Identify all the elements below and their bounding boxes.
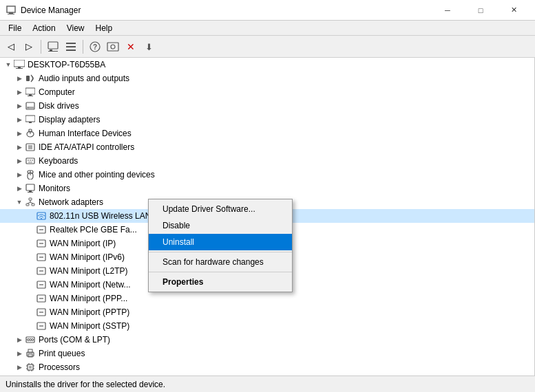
tree-item-audio[interactable]: ▶ Audio inputs and outputs: [0, 72, 534, 85]
tree-item-wan-sstp[interactable]: WAN Miniport (SSTP): [0, 319, 534, 333]
tree-item-mice[interactable]: ▶ Mice and other pointing devices: [0, 168, 534, 182]
tree-item-ports[interactable]: ▶ Ports (COM & LPT): [0, 333, 534, 347]
disk-label: Disk drives: [39, 101, 79, 111]
expand-disk[interactable]: ▶: [14, 100, 25, 111]
minimize-button[interactable]: ─: [432, 0, 463, 21]
list-button[interactable]: [63, 39, 79, 55]
expand-monitors[interactable]: ▶: [14, 183, 25, 194]
expand-hid[interactable]: ▶: [14, 128, 25, 139]
status-text: Uninstalls the driver for the selected d…: [6, 380, 165, 389]
print-label: Print queues: [39, 349, 85, 358]
wan-l2tp-icon: [36, 265, 47, 276]
svg-rect-16: [18, 67, 21, 68]
tree-item-wan-pptp[interactable]: WAN Miniport (PPTP): [0, 305, 534, 319]
toolbar: ◁ ▷ ? ✕ ⬇: [0, 36, 535, 58]
wan-l2tp-label: WAN Miniport (L2TP): [50, 266, 128, 276]
svg-rect-1: [9, 12, 13, 14]
expand-computer[interactable]: ▶: [14, 87, 25, 98]
mice-icon: [25, 169, 36, 180]
svg-rect-18: [26, 76, 30, 81]
computer-small-icon: [25, 87, 36, 98]
svg-text:?: ?: [93, 43, 97, 51]
ctx-properties[interactable]: Properties: [149, 274, 292, 290]
ctx-disable[interactable]: Disable: [149, 217, 292, 234]
wan-netw-label: WAN Miniport (Netw...: [50, 280, 131, 290]
svg-rect-37: [32, 160, 33, 161]
menu-file[interactable]: File: [3, 22, 27, 34]
print-icon: [25, 348, 36, 359]
wan-ipv6-label: WAN Miniport (IPv6): [50, 252, 125, 262]
audio-label: Audio inputs and outputs: [39, 74, 129, 83]
properties-button[interactable]: [45, 39, 61, 55]
device-tree[interactable]: ▼ DESKTOP-T6D55BA ▶ Audio inputs and: [0, 58, 535, 375]
forward-button[interactable]: ▷: [21, 39, 37, 55]
toolbar-separator-2: [83, 40, 83, 54]
tree-root[interactable]: ▼ DESKTOP-T6D55BA: [0, 58, 534, 72]
update-button[interactable]: ⬇: [140, 39, 157, 55]
expand-realtek: [25, 224, 36, 235]
svg-rect-43: [29, 190, 32, 192]
maximize-button[interactable]: □: [465, 0, 496, 21]
expand-display[interactable]: ▶: [14, 114, 25, 125]
svg-rect-7: [66, 46, 76, 47]
processors-label: Processors: [39, 362, 80, 372]
tree-item-hid[interactable]: ▶ Human Interface Devices: [0, 127, 534, 140]
realtek-icon: [36, 224, 47, 235]
back-button[interactable]: ◁: [3, 39, 19, 55]
tree-item-ide[interactable]: ▶ IDE ATA/ATAPI controllers: [0, 140, 534, 154]
ide-icon: [25, 142, 36, 153]
expand-wifi: [25, 210, 36, 221]
menu-view[interactable]: View: [61, 22, 90, 34]
wan-sstp-label: WAN Miniport (SSTP): [50, 321, 129, 331]
svg-rect-38: [28, 162, 32, 163]
wan-ip-label: WAN Miniport (IP): [50, 239, 116, 248]
tree-item-display[interactable]: ▶ Display adapters: [0, 113, 534, 127]
svg-rect-0: [7, 6, 15, 12]
scan-button[interactable]: [105, 39, 121, 55]
ctx-separator-2: [149, 272, 292, 272]
tree-item-computer[interactable]: ▶ Computer: [0, 85, 534, 99]
svg-rect-17: [16, 68, 23, 69]
tree-item-software[interactable]: ▶ Software devices: [0, 374, 534, 375]
expand-icon-root[interactable]: ▼: [3, 59, 14, 70]
uninstall-button[interactable]: ✕: [123, 39, 139, 55]
svg-rect-5: [48, 51, 58, 52]
tree-item-processors[interactable]: ▶ Processors: [0, 360, 534, 374]
ports-label: Ports (COM & LPT): [39, 335, 110, 345]
network-label: Network adapters: [39, 197, 103, 207]
main-area: ▼ DESKTOP-T6D55BA ▶ Audio inputs and: [0, 58, 535, 375]
wifi-icon: [36, 210, 47, 221]
menu-help[interactable]: Help: [90, 22, 118, 34]
expand-audio[interactable]: ▶: [14, 73, 25, 84]
expand-ide[interactable]: ▶: [14, 142, 25, 153]
ctx-separator-1: [149, 252, 292, 252]
tree-item-keyboard[interactable]: ▶ Keyboards: [0, 154, 534, 168]
expand-print[interactable]: ▶: [14, 348, 25, 359]
expand-network[interactable]: ▼: [14, 197, 25, 208]
ctx-scan[interactable]: Scan for hardware changes: [149, 254, 292, 270]
display-label: Display adapters: [39, 115, 100, 124]
expand-ports[interactable]: ▶: [14, 334, 25, 345]
realtek-label: Realtek PCIe GBE Fa...: [50, 225, 137, 235]
tree-item-wan-ppp[interactable]: WAN Miniport (PPP...: [0, 292, 534, 305]
svg-point-72: [32, 339, 34, 341]
ctx-update-driver[interactable]: Update Driver Software...: [149, 201, 292, 217]
expand-mice[interactable]: ▶: [14, 169, 25, 180]
svg-rect-8: [66, 50, 76, 51]
status-bar: Uninstalls the driver for the selected d…: [0, 375, 535, 392]
expand-keyboard[interactable]: ▶: [14, 155, 25, 166]
keyboard-icon: [25, 155, 36, 166]
hid-label: Human Interface Devices: [39, 129, 132, 138]
tree-item-print[interactable]: ▶ Print queues: [0, 347, 534, 360]
help-button[interactable]: ?: [87, 39, 103, 55]
ctx-uninstall[interactable]: Uninstall: [149, 234, 292, 250]
close-button[interactable]: ✕: [498, 0, 529, 21]
tree-item-disk[interactable]: ▶ Disk drives: [0, 99, 534, 113]
expand-processors[interactable]: ▶: [14, 362, 25, 373]
ide-label: IDE ATA/ATAPI controllers: [39, 142, 134, 152]
monitor-icon: [25, 183, 36, 194]
tree-item-monitors[interactable]: ▶ Monitors: [0, 182, 534, 195]
menu-action[interactable]: Action: [27, 22, 61, 34]
svg-text:✕: ✕: [127, 41, 135, 52]
display-icon: [25, 114, 36, 125]
